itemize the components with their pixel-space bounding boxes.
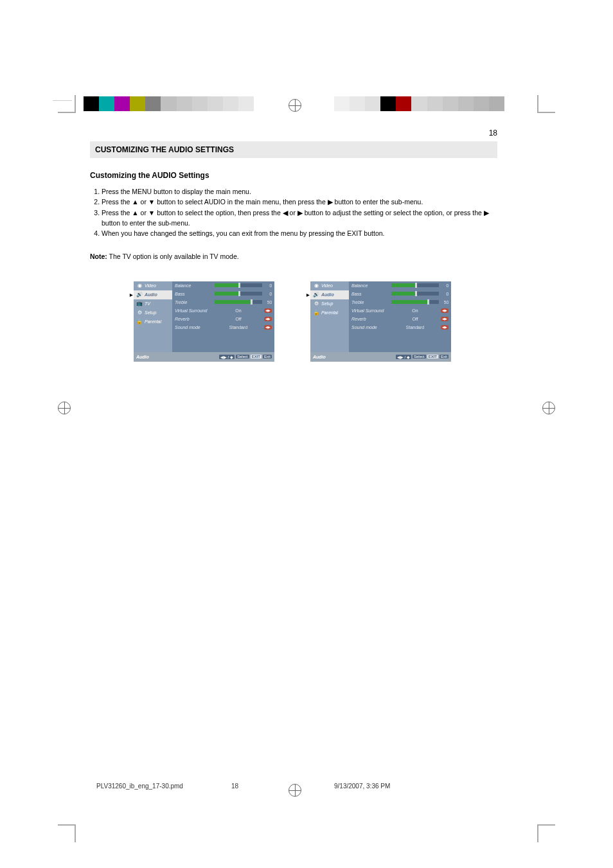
sidebar-item-video[interactable]: ◉Video (134, 281, 172, 290)
tv-icon: 📺 (136, 301, 143, 307)
osd-main: Balance 0 Bass 0 Treble 50 Virtual Sur (349, 281, 451, 352)
section-title-bar: CUSTOMIZING THE AUDIO SETTINGS (90, 141, 497, 158)
registration-mark-icon (58, 402, 71, 414)
sidebar-item-video[interactable]: ◉Video (310, 281, 349, 290)
sidebar-item-parental[interactable]: 🔒Parental (134, 317, 172, 326)
sidebar-item-parental[interactable]: 🔒Parental (310, 308, 349, 317)
setting-virtual-surround[interactable]: Virtual Surround On◀▶ (349, 306, 451, 315)
registration-bar-right (334, 96, 504, 111)
registration-bar-left (84, 96, 254, 111)
arrows-icon: ◀▶ (441, 317, 449, 321)
print-page: 18 (231, 783, 334, 790)
arrows-icon: ◀▶ (264, 317, 272, 321)
osd-screenshots: ◉Video 🔊Audio 📺TV ⚙Setup 🔒Parental Balan… (90, 281, 497, 362)
osd-main: Balance 0 Bass 0 Treble 50 Virtual Sur (172, 281, 274, 352)
slider[interactable] (215, 300, 262, 304)
instruction-steps: Press the MENU button to display the mai… (90, 186, 497, 238)
arrows-icon: ◀▶ (441, 325, 449, 330)
step-item: When you have changed the settings, you … (102, 228, 497, 238)
crop-mark (537, 824, 555, 842)
slider[interactable] (391, 292, 439, 296)
video-icon: ◉ (313, 283, 319, 289)
gear-icon: ⚙ (313, 301, 319, 307)
crop-mark (58, 95, 76, 113)
setting-treble[interactable]: Treble 50 (172, 298, 274, 306)
print-file: PLV31260_ib_eng_17-30.pmd (96, 783, 231, 790)
sidebar-item-audio[interactable]: 🔊Audio (310, 290, 349, 299)
osd-menu-non-tv-mode: ◉Video 🔊Audio ⚙Setup 🔒Parental Balance 0… (310, 281, 451, 362)
slider[interactable] (215, 292, 262, 296)
setting-bass[interactable]: Bass 0 (172, 290, 274, 298)
print-footer: PLV31260_ib_eng_17-30.pmd 18 9/13/2007, … (96, 783, 504, 790)
setting-sound-mode[interactable]: Sound mode Standard◀▶ (172, 323, 274, 332)
osd-sidebar: ◉Video 🔊Audio 📺TV ⚙Setup 🔒Parental (134, 281, 172, 352)
osd-sidebar: ◉Video 🔊Audio ⚙Setup 🔒Parental (310, 281, 349, 352)
crop-mark (58, 824, 76, 842)
audio-icon: 🔊 (313, 292, 319, 298)
osd-menu-tv-mode: ◉Video 🔊Audio 📺TV ⚙Setup 🔒Parental Balan… (134, 281, 274, 362)
gear-icon: ⚙ (136, 310, 143, 316)
audio-icon: 🔊 (136, 292, 143, 298)
note-label: Note: (90, 252, 107, 260)
setting-virtual-surround[interactable]: Virtual Surround On◀▶ (172, 306, 274, 315)
setting-balance[interactable]: Balance 0 (349, 281, 451, 290)
setting-bass[interactable]: Bass 0 (349, 290, 451, 298)
sidebar-item-setup[interactable]: ⚙Setup (310, 299, 349, 308)
arrows-icon: ◀▶ (264, 308, 272, 313)
note: Note: The TV option is only available in… (90, 251, 497, 261)
setting-reverb[interactable]: Reverb Off◀▶ (172, 315, 274, 323)
section-heading: Customizing the AUDIO Settings (90, 171, 497, 180)
sidebar-item-audio[interactable]: 🔊Audio (134, 290, 172, 299)
lock-icon: 🔒 (313, 310, 319, 316)
document-page: 18 CUSTOMIZING THE AUDIO SETTINGS Custom… (0, 0, 613, 868)
print-datetime: 9/13/2007, 3:36 PM (334, 783, 390, 790)
page-number: 18 (90, 128, 497, 137)
slider[interactable] (391, 300, 439, 304)
arrows-icon: ◀▶ (441, 308, 449, 313)
slider[interactable] (215, 283, 262, 287)
page-content: 18 CUSTOMIZING THE AUDIO SETTINGS Custom… (90, 128, 497, 362)
step-item: Press the MENU button to display the mai… (102, 186, 497, 197)
note-text: The TV option is only available in TV mo… (109, 252, 239, 260)
registration-mark-icon (289, 99, 301, 112)
lock-icon: 🔒 (136, 319, 143, 325)
osd-footer: Audio ◀▶ / ◆ Select EXIT Exit (310, 352, 451, 362)
registration-mark-icon (542, 402, 555, 414)
setting-treble[interactable]: Treble 50 (349, 298, 451, 306)
step-item: Press the ▲ or ▼ button to select AUDIO … (102, 197, 497, 207)
slider[interactable] (391, 283, 439, 287)
video-icon: ◉ (136, 283, 143, 289)
sidebar-item-setup[interactable]: ⚙Setup (134, 308, 172, 317)
crop-mark (537, 95, 555, 113)
setting-sound-mode[interactable]: Sound mode Standard◀▶ (349, 323, 451, 332)
osd-footer: Audio ◀▶ / ◆ Select EXIT Exit (134, 352, 274, 362)
setting-reverb[interactable]: Reverb Off◀▶ (349, 315, 451, 323)
setting-balance[interactable]: Balance 0 (172, 281, 274, 290)
arrows-icon: ◀▶ (264, 325, 272, 330)
step-item: Press the ▲ or ▼ button to select the op… (102, 208, 497, 229)
sidebar-item-tv[interactable]: 📺TV (134, 299, 172, 308)
